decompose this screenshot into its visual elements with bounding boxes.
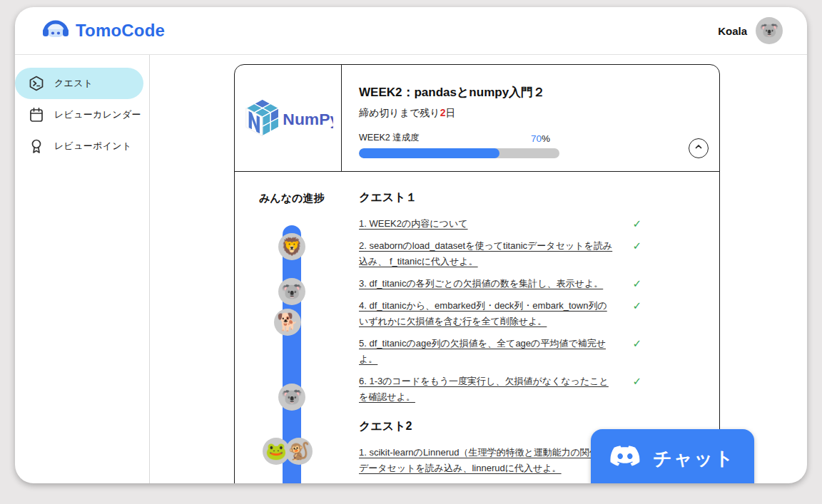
sidebar-item-label: レビューカレンダー xyxy=(54,108,141,121)
sidebar-item-quest[interactable]: クエスト xyxy=(15,68,143,99)
chat-button[interactable]: チャット xyxy=(591,429,754,483)
quest-item-link[interactable]: 1. scikit-learnのLinnerud（生理学的特徴と運動能力の関係）… xyxy=(359,445,614,476)
progress-percent: 70% xyxy=(531,133,550,144)
check-icon: ✓ xyxy=(614,216,647,232)
quest-1-item-2: 2. seabornのload_datasetを使ってtitanicデータセット… xyxy=(359,238,647,269)
lion-avatar: 🦁 xyxy=(278,233,305,260)
progress-caption: WEEK2 達成度 xyxy=(359,132,420,144)
deadline-text: 締め切りまで残り2日 xyxy=(359,107,699,120)
terminal-hexagon-icon xyxy=(28,75,45,92)
sidebar-item-review-calendar[interactable]: レビューカレンダー xyxy=(15,99,149,130)
svg-text:NumPy: NumPy xyxy=(283,109,333,128)
dog-avatar: 🐕 xyxy=(274,309,301,336)
quest-1-item-1: 1. WEEK2の内容について✓ xyxy=(359,216,647,232)
numpy-logo: NumPy xyxy=(235,65,342,171)
calendar-icon xyxy=(28,106,45,123)
check-icon: ✓ xyxy=(614,276,647,292)
collapse-button[interactable] xyxy=(689,138,709,158)
everyone-progress-heading: みんなの進捗 xyxy=(259,192,324,205)
chat-label: チャット xyxy=(653,446,734,471)
chevron-up-icon xyxy=(693,141,704,155)
quest-1-item-3: 3. df_titanicの各列ごとの欠損値の数を集計し、表示せよ。✓ xyxy=(359,276,647,292)
top-bar: TomoCode Koala 🐨 xyxy=(15,7,807,55)
brand-name: TomoCode xyxy=(76,21,165,41)
progress-block: WEEK2 達成度 70% xyxy=(359,132,559,158)
sidebar-item-label: クエスト xyxy=(54,77,93,90)
quest-1-item-5: 5. df_titanicのage列の欠損値を、全てageの平均値で補完せよ。✓ xyxy=(359,336,647,367)
progress-bar xyxy=(359,148,559,158)
quest-item-link[interactable]: 1. WEEK2の内容について xyxy=(359,216,614,232)
sidebar-item-label: レビューポイント xyxy=(54,140,132,153)
quest-item-link[interactable]: 4. df_titanicから、embarked列・deck列・embark_t… xyxy=(359,298,614,329)
tomocode-mascot-icon xyxy=(42,18,69,43)
koala-avatar: 🐨 xyxy=(278,278,305,305)
award-icon xyxy=(28,138,45,155)
user-avatar[interactable]: 🐨 xyxy=(756,17,783,44)
user-name: Koala xyxy=(718,25,747,37)
app-window: TomoCode Koala 🐨 クエストレビューカレンダーレビューポイント xyxy=(15,7,807,483)
quest-item-link[interactable]: 2. linnerudに読み込んだデータを説明変数と目的変数に分け、それぞれDa… xyxy=(359,483,614,483)
check-icon: ✓ xyxy=(614,298,647,314)
white-koala-avatar: 🐨 xyxy=(278,384,305,411)
discord-icon xyxy=(610,445,640,472)
brand-logo[interactable]: TomoCode xyxy=(42,18,165,43)
check-icon: ✓ xyxy=(614,336,647,351)
progress-bar-fill xyxy=(359,148,499,158)
check-icon: ✓ xyxy=(614,238,647,254)
quest-item-link[interactable]: 6. 1-3のコードをもう一度実行し、欠損値がなくなったことを確認せよ。 xyxy=(359,374,614,405)
sidebar-item-review-points[interactable]: レビューポイント xyxy=(15,130,149,162)
sidebar-nav: クエストレビューカレンダーレビューポイント xyxy=(15,55,150,483)
course-header: NumPy WEEK2：pandasとnumpy入門２ 締め切りまで残り2日 W… xyxy=(235,65,719,172)
course-title: WEEK2：pandasとnumpy入門２ xyxy=(359,84,699,101)
quest-item-link[interactable]: 3. df_titanicの各列ごとの欠損値の数を集計し、表示せよ。 xyxy=(359,276,614,292)
quest-item-link[interactable]: 5. df_titanicのage列の欠損値を、全てageの平均値で補完せよ。 xyxy=(359,336,614,367)
quest-card: NumPy WEEK2：pandasとnumpy入門２ 締め切りまで残り2日 W… xyxy=(234,64,720,483)
quest-1-item-4: 4. df_titanicから、embarked列・deck列・embark_t… xyxy=(359,298,647,329)
monkey-avatar: 🐒 xyxy=(285,438,313,465)
quest-heading-1: クエスト１ xyxy=(359,190,647,205)
quest-item-link[interactable]: 2. seabornのload_datasetを使ってtitanicデータセット… xyxy=(359,238,614,269)
check-icon: ✓ xyxy=(614,374,647,389)
quest-1-item-6: 6. 1-3のコードをもう一度実行し、欠損値がなくなったことを確認せよ。✓ xyxy=(359,374,647,405)
